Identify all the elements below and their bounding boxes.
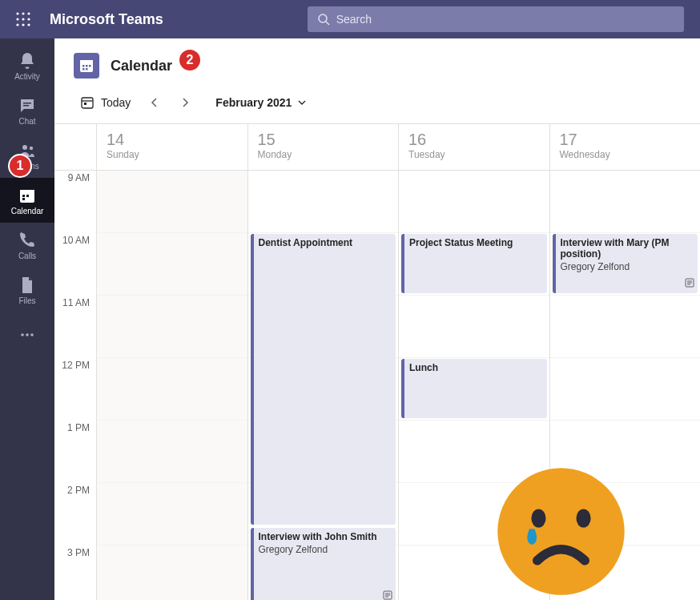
svg-rect-25: [82, 65, 85, 67]
rail-files[interactable]: Files: [0, 268, 54, 312]
chat-icon: [18, 96, 37, 115]
time-slot[interactable]: [550, 358, 701, 421]
rail-more[interactable]: [0, 312, 54, 357]
svg-point-8: [27, 23, 30, 26]
day-header[interactable]: 14Sunday: [96, 124, 247, 170]
day-header[interactable]: 15Monday: [247, 124, 399, 170]
svg-point-41: [497, 468, 624, 594]
rail-chat[interactable]: Chat: [0, 88, 54, 133]
time-label: 1 PM: [54, 421, 96, 483]
annotation-badge-1: 1: [8, 154, 32, 178]
svg-rect-27: [89, 65, 91, 67]
time-slot[interactable]: [550, 296, 701, 358]
svg-rect-11: [23, 103, 31, 104]
calendar-app-icon: [74, 53, 99, 79]
svg-point-7: [22, 23, 24, 26]
svg-rect-17: [22, 195, 25, 197]
day-column[interactable]: Dentist AppointmentInterview with John S…: [247, 171, 399, 600]
app-launcher-icon[interactable]: [16, 12, 30, 26]
time-slot[interactable]: [399, 171, 549, 233]
day-header[interactable]: 16Tuesday: [398, 124, 549, 170]
time-slot[interactable]: [97, 483, 247, 546]
time-slot[interactable]: [550, 171, 701, 233]
search-box[interactable]: [308, 6, 684, 32]
svg-rect-16: [20, 190, 34, 193]
svg-point-5: [27, 18, 30, 20]
time-slot[interactable]: [97, 358, 247, 421]
time-slot[interactable]: [97, 171, 247, 233]
time-label: 10 AM: [54, 233, 96, 296]
svg-point-0: [16, 12, 18, 14]
time-label: 11 AM: [54, 296, 96, 358]
svg-point-2: [27, 12, 30, 14]
more-icon: [18, 325, 37, 344]
time-label: 2 PM: [54, 483, 96, 546]
svg-point-6: [16, 23, 18, 26]
svg-rect-29: [86, 68, 88, 70]
svg-rect-28: [82, 68, 85, 70]
chevron-left-icon: [150, 98, 159, 107]
app-name: Microsoft Teams: [50, 11, 163, 28]
time-slot[interactable]: [97, 421, 247, 483]
time-slot[interactable]: [248, 171, 399, 233]
today-icon: [80, 95, 95, 110]
phone-icon: [18, 231, 37, 250]
next-button[interactable]: [172, 90, 198, 115]
svg-rect-26: [86, 65, 88, 67]
time-slot[interactable]: [97, 546, 247, 600]
calendar-icon: [18, 186, 37, 205]
today-button[interactable]: Today: [74, 91, 137, 115]
page-title: Calendar: [111, 58, 172, 74]
svg-point-1: [22, 12, 24, 14]
svg-rect-24: [80, 60, 93, 63]
rail-calls[interactable]: Calls: [0, 223, 54, 268]
day-header[interactable]: 17Wednesday: [549, 124, 701, 170]
day-column[interactable]: [96, 171, 247, 600]
svg-point-21: [26, 333, 29, 336]
svg-rect-30: [82, 98, 93, 108]
chevron-right-icon: [180, 98, 190, 107]
time-label: 3 PM: [54, 546, 96, 600]
month-picker[interactable]: February 2021: [215, 96, 306, 109]
file-icon: [18, 276, 37, 295]
form-icon: [383, 590, 392, 600]
calendar-event[interactable]: Interview with Mary (PM position)Gregory…: [553, 234, 698, 293]
svg-point-22: [30, 333, 34, 336]
svg-point-42: [531, 509, 545, 527]
svg-point-4: [22, 18, 24, 20]
calendar-event[interactable]: Lunch: [401, 359, 547, 418]
calendar-event[interactable]: Project Status Meeting: [401, 234, 547, 293]
form-icon: [685, 278, 694, 290]
time-slot[interactable]: [399, 296, 549, 358]
svg-point-20: [21, 333, 24, 336]
time-slot[interactable]: [97, 233, 247, 296]
rail-calendar[interactable]: Calendar: [0, 178, 54, 223]
prev-button[interactable]: [142, 90, 167, 115]
time-label: 12 PM: [54, 358, 96, 421]
bell-icon: [18, 51, 37, 70]
svg-rect-18: [26, 195, 29, 197]
calendar-event[interactable]: Dentist Appointment: [251, 234, 396, 525]
svg-point-13: [22, 145, 27, 150]
svg-rect-12: [23, 105, 29, 107]
search-input[interactable]: [336, 13, 674, 26]
time-label: 9 AM: [54, 171, 96, 233]
search-icon: [317, 13, 330, 26]
svg-point-43: [576, 509, 590, 527]
svg-point-14: [30, 146, 33, 149]
svg-rect-19: [22, 198, 25, 200]
time-slot[interactable]: [97, 296, 247, 358]
calendar-event[interactable]: Interview with John SmithGregory Zelfond: [251, 528, 396, 600]
svg-line-10: [326, 22, 329, 25]
svg-rect-32: [84, 103, 86, 105]
rail-activity[interactable]: Activity: [0, 43, 54, 88]
svg-point-9: [319, 14, 327, 22]
annotation-badge-2: 2: [178, 48, 202, 72]
crying-emoji-icon: [495, 465, 627, 598]
svg-point-3: [16, 18, 18, 20]
app-rail: Activity Chat Teams Calendar Calls Files: [0, 38, 54, 600]
chevron-down-icon: [298, 99, 306, 107]
